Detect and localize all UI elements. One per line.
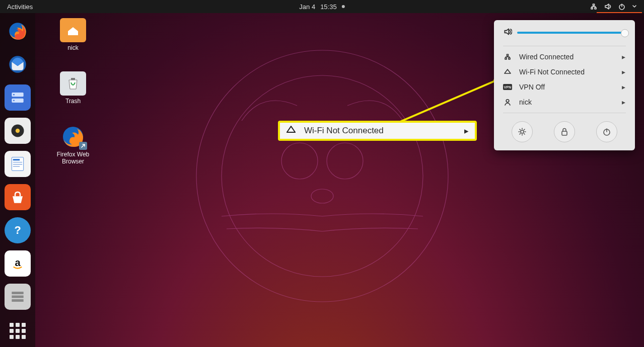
menu-user[interactable]: nick ▸	[494, 95, 635, 110]
action-buttons	[494, 116, 635, 142]
menu-label: VPN Off	[519, 83, 615, 91]
activities-button[interactable]: Activities	[4, 3, 36, 11]
menu-wifi[interactable]: Wi-Fi Not Connected ▸	[494, 64, 635, 79]
clock[interactable]: Jan 4 15:35	[299, 3, 344, 11]
vpn-icon: VPN	[503, 82, 512, 92]
dock-app-firefox[interactable]	[5, 18, 31, 44]
volume-row	[494, 27, 635, 43]
dock-app-software[interactable]	[5, 184, 31, 210]
chevron-right-icon: ▸	[622, 83, 626, 91]
svg-point-11	[13, 100, 15, 102]
network-icon	[590, 3, 598, 11]
svg-point-27	[506, 100, 509, 103]
svg-rect-22	[12, 296, 23, 298]
power-button[interactable]	[596, 121, 617, 142]
show-applications-button[interactable]	[8, 321, 28, 341]
callout-label: Wi-Fi Not Connected	[304, 126, 384, 136]
chevron-right-icon: ▸	[622, 53, 626, 61]
volume-icon	[604, 3, 612, 11]
menu-wired[interactable]: Wired Connected ▸	[494, 49, 635, 64]
dock-app-amazon[interactable]: a	[5, 250, 31, 277]
svg-point-10	[13, 94, 15, 96]
dock-app-files[interactable]	[5, 84, 31, 111]
desktop-icon-firefox-shortcut[interactable]: Firefox Web Browser	[50, 125, 96, 165]
power-icon	[618, 3, 626, 11]
desktop-icon-label: Trash	[50, 98, 96, 105]
menu-vpn[interactable]: VPN VPN Off ▸	[494, 79, 635, 95]
svg-text:?: ?	[14, 224, 21, 236]
svg-rect-29	[562, 131, 567, 135]
dock-app-help[interactable]: ?	[5, 217, 31, 243]
desktop-icon-trash[interactable]: Trash	[50, 71, 96, 105]
volume-icon	[503, 27, 512, 38]
svg-rect-23	[12, 299, 23, 302]
network-wired-icon	[503, 52, 512, 61]
svg-rect-18	[13, 166, 20, 167]
svg-text:a: a	[15, 257, 21, 268]
divider	[503, 46, 626, 46]
top-bar: Activities Jan 4 15:35	[0, 0, 644, 13]
dock: ? a	[0, 13, 35, 347]
system-status-area[interactable]	[590, 3, 640, 11]
chevron-down-icon	[632, 3, 637, 11]
dock-app-todo[interactable]	[5, 284, 31, 310]
system-menu-popover: Wired Connected ▸ Wi-Fi Not Connected ▸ …	[494, 20, 635, 150]
wifi-off-icon	[503, 67, 512, 76]
svg-rect-16	[13, 162, 22, 163]
menu-label: nick	[519, 98, 615, 106]
user-icon	[503, 98, 512, 107]
divider	[503, 113, 626, 113]
svg-rect-21	[12, 292, 23, 294]
menu-label: Wi-Fi Not Connected	[519, 68, 615, 76]
desktop-icon-label: nick	[50, 44, 96, 51]
volume-slider[interactable]	[517, 32, 626, 34]
svg-rect-17	[13, 164, 22, 165]
svg-point-13	[16, 129, 20, 133]
svg-text:VPN: VPN	[504, 85, 511, 89]
clock-date: Jan 4	[299, 3, 315, 11]
menu-label: Wired Connected	[519, 53, 615, 61]
desktop-icon-home[interactable]: nick	[50, 18, 96, 51]
chevron-right-icon: ▸	[622, 68, 626, 76]
lock-button[interactable]	[554, 121, 575, 142]
svg-line-31	[391, 80, 496, 126]
shortcut-arrow-icon	[79, 142, 87, 150]
annotation-callout: Wi-Fi Not Connected ▸	[278, 121, 477, 141]
svg-point-28	[521, 130, 524, 133]
dock-app-libreoffice-writer[interactable]	[5, 151, 31, 177]
chevron-right-icon: ▸	[622, 98, 626, 106]
dock-app-thunderbird[interactable]	[5, 51, 31, 77]
settings-button[interactable]	[512, 121, 533, 142]
desktop-icon-label: Firefox Web Browser	[50, 151, 96, 165]
svg-rect-15	[13, 159, 20, 160]
active-indicator	[597, 12, 642, 13]
clock-time: 15:35	[320, 3, 337, 11]
chevron-right-icon: ▸	[464, 126, 469, 136]
wifi-off-icon	[286, 125, 296, 137]
dock-app-rhythmbox[interactable]	[5, 118, 31, 144]
notification-dot-icon	[342, 5, 345, 8]
